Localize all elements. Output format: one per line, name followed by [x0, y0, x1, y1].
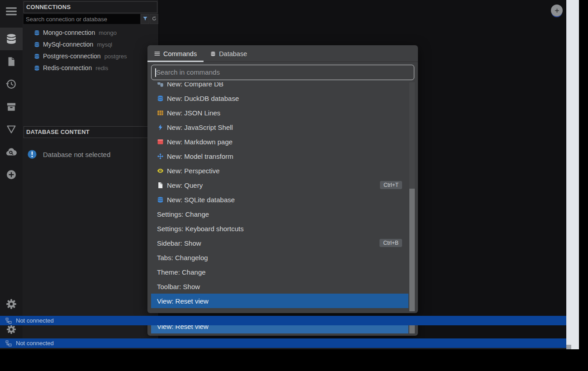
history-icon — [6, 79, 17, 90]
connection-list: Mongo-connectionmongoMySql-connectionmys… — [23, 27, 158, 74]
new-tab-button[interactable] — [551, 5, 563, 16]
connection-item[interactable]: Mongo-connectionmongo — [23, 27, 158, 38]
ghost-selected-command-label: View: Reset view — [157, 325, 209, 330]
rail-item-add[interactable] — [0, 163, 23, 186]
command-item[interactable]: Sidebar: ShowCtrl+B — [151, 236, 408, 250]
command-label: New: DuckDB database — [167, 95, 239, 102]
refresh-button[interactable] — [150, 14, 158, 24]
connection-name: Postgres-connection — [43, 52, 101, 60]
empty-message-text: Database not selected — [43, 151, 110, 158]
database-icon — [210, 51, 216, 57]
command-label: New: SQLite database — [167, 196, 235, 204]
database-blue-icon — [157, 196, 164, 203]
rail-item-history[interactable] — [0, 73, 23, 95]
filter-icon — [142, 16, 148, 23]
shortcut-badge: Ctrl+T — [380, 181, 402, 189]
command-item[interactable]: New: Model transform — [151, 149, 408, 163]
scrollbar-corner — [566, 345, 571, 349]
tab-database-label: Database — [219, 50, 247, 57]
command-list: New: Compare DBNew: DuckDB databaseNew: … — [147, 82, 418, 313]
command-label: View: Reset view — [157, 297, 209, 305]
markdown-icon — [157, 138, 164, 145]
command-label: New: Query — [167, 181, 203, 189]
filter-button[interactable] — [141, 14, 149, 24]
command-list-scrollbar[interactable] — [409, 82, 415, 311]
database-icon — [34, 30, 40, 36]
app-window: CONNECTIONS Mongo-connectionmongoMySql-c… — [0, 0, 566, 349]
command-item[interactable]: New: DuckDB database — [151, 91, 408, 105]
rail-item-settings[interactable] — [0, 293, 23, 315]
status-bar-duplicate-label: Not connected — [16, 340, 54, 347]
status-bar-label: Not connected — [16, 317, 54, 324]
command-item[interactable]: New: Compare DB — [151, 82, 408, 91]
browser-scrollbar-track[interactable] — [566, 0, 579, 349]
command-label: Toolbar: Show — [157, 283, 200, 290]
status-bar-duplicate: Not connected — [0, 338, 566, 348]
funnel-outline-icon — [6, 124, 17, 135]
connection-item[interactable]: Redis-connectionredis — [23, 62, 158, 74]
tab-database[interactable]: Database — [204, 45, 254, 62]
command-item[interactable]: Tabs: Changelog — [151, 250, 408, 265]
rail-item-menu[interactable] — [0, 0, 23, 23]
scrollbar-thumb[interactable] — [409, 189, 415, 311]
menu-icon — [154, 51, 160, 57]
rail-item-cloud-search[interactable] — [0, 141, 23, 163]
command-item[interactable]: Toolbar: Show — [151, 279, 408, 294]
command-palette-modal: Commands Database New: Compare DBNew: Du… — [147, 45, 418, 313]
connection-engine: redis — [95, 65, 108, 71]
connection-item[interactable]: MySql-connectionmysql — [23, 38, 158, 50]
disconnected-icon — [5, 340, 12, 347]
plus-circle-icon — [6, 169, 17, 180]
command-item[interactable]: Theme: Change — [151, 265, 408, 279]
command-palette-tabs: Commands Database — [147, 45, 418, 62]
eye-icon — [157, 167, 164, 174]
command-label: New: Model transform — [167, 152, 233, 160]
command-item[interactable]: New: QueryCtrl+T — [151, 178, 408, 192]
rail-item-archive[interactable] — [0, 95, 23, 118]
rail-item-query-designer[interactable] — [0, 118, 23, 141]
command-label: New: JSON Lines — [167, 109, 220, 117]
plus-icon — [554, 8, 560, 14]
command-label: Tabs: Changelog — [157, 254, 208, 262]
connection-item[interactable]: Postgres-connectionpostgres — [23, 50, 158, 62]
shortcut-badge: Ctrl+B — [379, 239, 402, 247]
file-icon — [6, 57, 16, 67]
icon-rail — [0, 0, 23, 316]
rail-item-file[interactable] — [0, 50, 23, 73]
command-item[interactable]: Settings: Keyboard shortcuts — [151, 221, 408, 236]
command-label: Settings: Keyboard shortcuts — [157, 225, 244, 233]
connection-engine: mysql — [97, 41, 112, 48]
menu-icon — [5, 5, 17, 17]
info-icon — [27, 149, 37, 159]
command-item[interactable]: New: Markdown page — [151, 134, 408, 149]
compare-icon — [157, 82, 164, 87]
command-search-input[interactable] — [156, 65, 409, 79]
refresh-icon — [152, 16, 157, 23]
rail-item-database[interactable] — [0, 28, 23, 50]
ghost-icon-rail — [0, 325, 23, 338]
command-label: New: Compare DB — [167, 82, 223, 88]
bolt-icon — [157, 124, 164, 131]
database-empty-message: Database not selected — [27, 149, 110, 159]
command-item[interactable]: New: Perspective — [151, 163, 408, 178]
table-icon — [157, 109, 164, 116]
command-label: New: JavaScript Shell — [167, 124, 233, 131]
database-content-header: DATABASE CONTENT — [24, 126, 157, 138]
connections-title: CONNECTIONS — [26, 4, 71, 10]
tab-commands[interactable]: Commands — [147, 45, 204, 62]
ghost-scrollbar-thumb — [409, 325, 415, 333]
database-icon — [34, 42, 40, 48]
database-content-title: DATABASE CONTENT — [26, 128, 90, 135]
command-item[interactable]: New: SQLite database — [151, 192, 408, 207]
command-item[interactable]: View: Reset view — [151, 294, 408, 308]
command-search-box — [151, 65, 414, 80]
command-item[interactable]: New: JSON Lines — [151, 105, 408, 120]
connection-engine: mongo — [99, 29, 117, 36]
database-blue-icon — [157, 95, 164, 102]
status-bar: Not connected — [0, 316, 566, 325]
gear-icon — [6, 299, 17, 309]
connections-header: CONNECTIONS — [24, 1, 157, 13]
command-item[interactable]: Settings: Change — [151, 207, 408, 221]
connection-search-input[interactable] — [24, 14, 140, 24]
command-item[interactable]: New: JavaScript Shell — [151, 120, 408, 134]
